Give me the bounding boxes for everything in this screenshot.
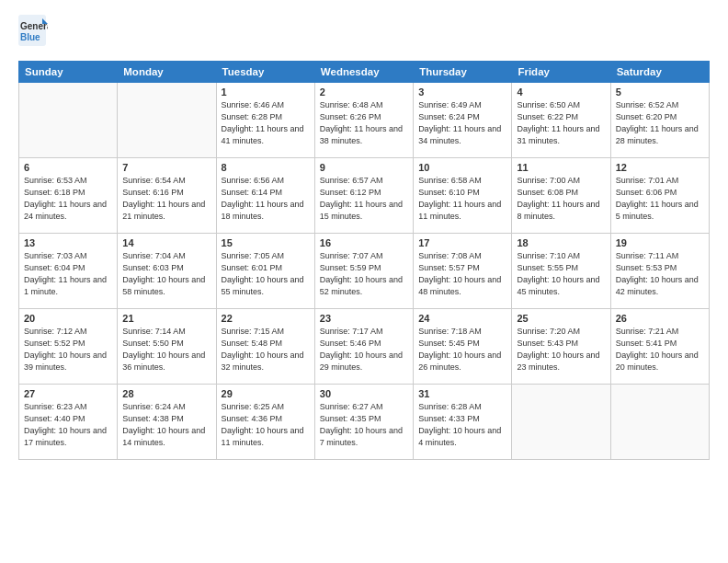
day-number: 7 [122, 162, 210, 173]
day-number: 1 [222, 86, 310, 98]
day-content: Sunrise: 6:25 AM Sunset: 4:36 PM Dayligh… [222, 401, 310, 449]
day-content: Sunrise: 6:24 AM Sunset: 4:38 PM Dayligh… [122, 401, 210, 449]
day-content: Sunrise: 6:53 AM Sunset: 6:18 PM Dayligh… [24, 175, 112, 223]
page: General Blue SundayMondayTuesdayWednesda… [0, 0, 728, 469]
day-number: 23 [320, 313, 408, 324]
day-number: 28 [122, 388, 210, 399]
day-number: 24 [418, 313, 506, 324]
day-content: Sunrise: 6:23 AM Sunset: 4:40 PM Dayligh… [24, 401, 112, 449]
day-content: Sunrise: 7:15 AM Sunset: 5:48 PM Dayligh… [222, 326, 310, 373]
header-row: SundayMondayTuesdayWednesdayThursdayFrid… [19, 62, 710, 83]
day-number: 19 [616, 237, 704, 248]
day-number: 3 [418, 86, 506, 98]
day-number: 10 [418, 162, 506, 173]
calendar-cell: 7Sunrise: 6:54 AM Sunset: 6:16 PM Daylig… [118, 158, 216, 234]
calendar-cell: 27Sunrise: 6:23 AM Sunset: 4:40 PM Dayli… [19, 385, 118, 460]
day-content: Sunrise: 6:46 AM Sunset: 6:28 PM Dayligh… [222, 99, 310, 147]
calendar-cell: 13Sunrise: 7:03 AM Sunset: 6:04 PM Dayli… [19, 234, 118, 309]
calendar-cell: 21Sunrise: 7:14 AM Sunset: 5:50 PM Dayli… [118, 309, 216, 385]
calendar-cell: 22Sunrise: 7:15 AM Sunset: 5:48 PM Dayli… [216, 309, 314, 385]
day-number: 17 [418, 237, 506, 248]
week-row-2: 6Sunrise: 6:53 AM Sunset: 6:18 PM Daylig… [19, 158, 710, 234]
day-content: Sunrise: 7:11 AM Sunset: 5:53 PM Dayligh… [616, 250, 704, 298]
calendar-cell [512, 385, 610, 460]
calendar-cell: 2Sunrise: 6:48 AM Sunset: 6:26 PM Daylig… [314, 83, 413, 158]
calendar-cell: 19Sunrise: 7:11 AM Sunset: 5:53 PM Dayli… [610, 234, 709, 309]
calendar-cell: 11Sunrise: 7:00 AM Sunset: 6:08 PM Dayli… [512, 158, 610, 234]
day-number: 26 [616, 313, 704, 324]
day-number: 31 [418, 388, 506, 399]
day-content: Sunrise: 6:58 AM Sunset: 6:10 PM Dayligh… [418, 175, 506, 223]
calendar-cell: 17Sunrise: 7:08 AM Sunset: 5:57 PM Dayli… [414, 234, 512, 309]
day-number: 18 [517, 237, 605, 248]
week-row-3: 13Sunrise: 7:03 AM Sunset: 6:04 PM Dayli… [19, 234, 710, 309]
day-number: 25 [517, 313, 605, 324]
day-number: 15 [222, 237, 310, 248]
calendar-cell [118, 83, 216, 158]
calendar-cell: 28Sunrise: 6:24 AM Sunset: 4:38 PM Dayli… [118, 385, 216, 460]
day-number: 20 [24, 313, 112, 324]
svg-text:Blue: Blue [20, 32, 40, 42]
calendar-cell: 12Sunrise: 7:01 AM Sunset: 6:06 PM Dayli… [610, 158, 709, 234]
day-content: Sunrise: 6:56 AM Sunset: 6:14 PM Dayligh… [222, 175, 310, 223]
day-content: Sunrise: 7:07 AM Sunset: 5:59 PM Dayligh… [320, 250, 408, 298]
day-header-sunday: Sunday [19, 62, 118, 83]
day-number: 30 [320, 388, 408, 399]
calendar-cell: 25Sunrise: 7:20 AM Sunset: 5:43 PM Dayli… [512, 309, 610, 385]
day-number: 11 [517, 162, 605, 173]
day-number: 2 [320, 86, 408, 98]
day-header-saturday: Saturday [610, 62, 709, 83]
calendar-cell: 18Sunrise: 7:10 AM Sunset: 5:55 PM Dayli… [512, 234, 610, 309]
week-row-1: 1Sunrise: 6:46 AM Sunset: 6:28 PM Daylig… [19, 83, 710, 158]
day-number: 13 [24, 237, 112, 248]
calendar-cell: 26Sunrise: 7:21 AM Sunset: 5:41 PM Dayli… [610, 309, 709, 385]
day-content: Sunrise: 7:08 AM Sunset: 5:57 PM Dayligh… [418, 250, 506, 298]
day-content: Sunrise: 6:27 AM Sunset: 4:35 PM Dayligh… [320, 401, 408, 449]
day-content: Sunrise: 7:04 AM Sunset: 6:03 PM Dayligh… [122, 250, 210, 298]
day-content: Sunrise: 7:17 AM Sunset: 5:46 PM Dayligh… [320, 326, 408, 373]
day-content: Sunrise: 6:52 AM Sunset: 6:20 PM Dayligh… [616, 99, 704, 147]
day-content: Sunrise: 6:28 AM Sunset: 4:33 PM Dayligh… [418, 401, 506, 449]
day-content: Sunrise: 7:05 AM Sunset: 6:01 PM Dayligh… [222, 250, 310, 298]
calendar-cell: 5Sunrise: 6:52 AM Sunset: 6:20 PM Daylig… [610, 83, 709, 158]
calendar-cell: 9Sunrise: 6:57 AM Sunset: 6:12 PM Daylig… [314, 158, 413, 234]
calendar-cell: 16Sunrise: 7:07 AM Sunset: 5:59 PM Dayli… [314, 234, 413, 309]
day-number: 4 [517, 86, 605, 98]
day-header-monday: Monday [118, 62, 216, 83]
calendar-cell: 8Sunrise: 6:56 AM Sunset: 6:14 PM Daylig… [216, 158, 314, 234]
day-content: Sunrise: 7:00 AM Sunset: 6:08 PM Dayligh… [517, 175, 605, 223]
day-content: Sunrise: 7:21 AM Sunset: 5:41 PM Dayligh… [616, 326, 704, 373]
day-number: 14 [122, 237, 210, 248]
day-number: 29 [222, 388, 310, 399]
day-number: 27 [24, 388, 112, 399]
header: General Blue [18, 15, 710, 52]
day-content: Sunrise: 6:48 AM Sunset: 6:26 PM Dayligh… [320, 99, 408, 147]
day-header-thursday: Thursday [414, 62, 512, 83]
day-content: Sunrise: 7:03 AM Sunset: 6:04 PM Dayligh… [24, 250, 112, 298]
week-row-5: 27Sunrise: 6:23 AM Sunset: 4:40 PM Dayli… [19, 385, 710, 460]
logo-icon: General Blue [18, 15, 48, 48]
day-content: Sunrise: 6:57 AM Sunset: 6:12 PM Dayligh… [320, 175, 408, 223]
day-content: Sunrise: 7:18 AM Sunset: 5:45 PM Dayligh… [418, 326, 506, 373]
day-header-tuesday: Tuesday [216, 62, 314, 83]
week-row-4: 20Sunrise: 7:12 AM Sunset: 5:52 PM Dayli… [19, 309, 710, 385]
day-content: Sunrise: 6:49 AM Sunset: 6:24 PM Dayligh… [418, 99, 506, 147]
calendar-cell: 23Sunrise: 7:17 AM Sunset: 5:46 PM Dayli… [314, 309, 413, 385]
day-header-friday: Friday [512, 62, 610, 83]
calendar-cell: 24Sunrise: 7:18 AM Sunset: 5:45 PM Dayli… [414, 309, 512, 385]
day-header-wednesday: Wednesday [314, 62, 413, 83]
calendar-cell [19, 83, 118, 158]
calendar-cell: 20Sunrise: 7:12 AM Sunset: 5:52 PM Dayli… [19, 309, 118, 385]
day-number: 21 [122, 313, 210, 324]
day-content: Sunrise: 7:01 AM Sunset: 6:06 PM Dayligh… [616, 175, 704, 223]
day-content: Sunrise: 6:54 AM Sunset: 6:16 PM Dayligh… [122, 175, 210, 223]
logo: General Blue [18, 15, 48, 52]
calendar-cell: 30Sunrise: 6:27 AM Sunset: 4:35 PM Dayli… [314, 385, 413, 460]
calendar-cell: 10Sunrise: 6:58 AM Sunset: 6:10 PM Dayli… [414, 158, 512, 234]
calendar-cell: 29Sunrise: 6:25 AM Sunset: 4:36 PM Dayli… [216, 385, 314, 460]
day-number: 9 [320, 162, 408, 173]
day-content: Sunrise: 7:14 AM Sunset: 5:50 PM Dayligh… [122, 326, 210, 373]
day-number: 8 [222, 162, 310, 173]
calendar-cell: 15Sunrise: 7:05 AM Sunset: 6:01 PM Dayli… [216, 234, 314, 309]
calendar-cell: 1Sunrise: 6:46 AM Sunset: 6:28 PM Daylig… [216, 83, 314, 158]
